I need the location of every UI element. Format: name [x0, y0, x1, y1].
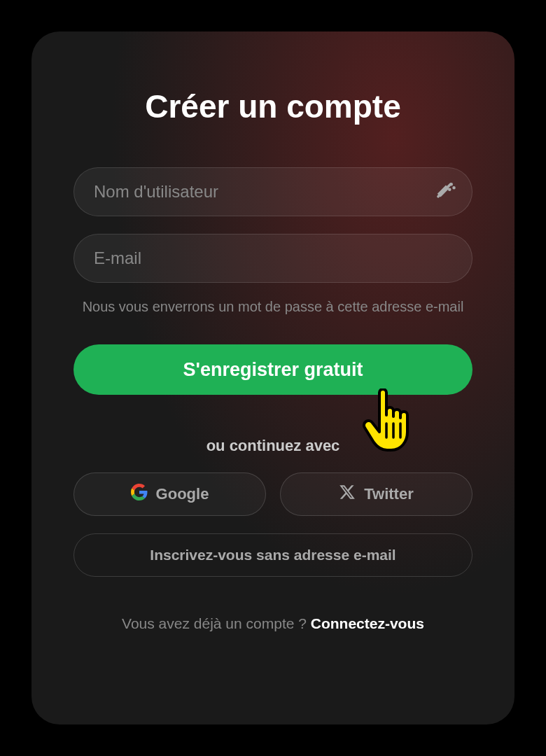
signup-without-email-button[interactable]: Inscrivez-vous sans adresse e-mail: [74, 533, 472, 577]
google-label: Google: [156, 485, 209, 503]
google-icon: [131, 484, 148, 505]
login-link[interactable]: Connectez-vous: [311, 615, 424, 631]
svg-point-2: [449, 189, 450, 190]
magic-wand-icon[interactable]: [435, 180, 456, 204]
register-button[interactable]: S'enregistrer gratuit: [74, 344, 472, 395]
username-input[interactable]: [74, 167, 472, 216]
footer: Vous avez déjà un compte ? Connectez-vou…: [122, 615, 424, 632]
username-field-wrap: [74, 167, 472, 216]
social-buttons-row: Google Twitter: [74, 472, 472, 516]
google-signin-button[interactable]: Google: [74, 472, 266, 516]
divider-label: ou continuez avec: [206, 437, 340, 455]
email-helper-text: Nous vous enverrons un mot de passe à ce…: [76, 297, 471, 316]
signup-modal: Créer un compte Nous vous enverrons un m…: [31, 31, 514, 724]
email-field-wrap: [74, 234, 472, 283]
x-twitter-icon: [339, 484, 356, 505]
svg-point-1: [454, 187, 455, 188]
email-input[interactable]: [74, 234, 472, 283]
twitter-label: Twitter: [364, 485, 413, 503]
footer-prompt: Vous avez déjà un compte ?: [122, 615, 311, 631]
twitter-signin-button[interactable]: Twitter: [280, 472, 472, 516]
modal-title: Créer un compte: [145, 88, 401, 125]
